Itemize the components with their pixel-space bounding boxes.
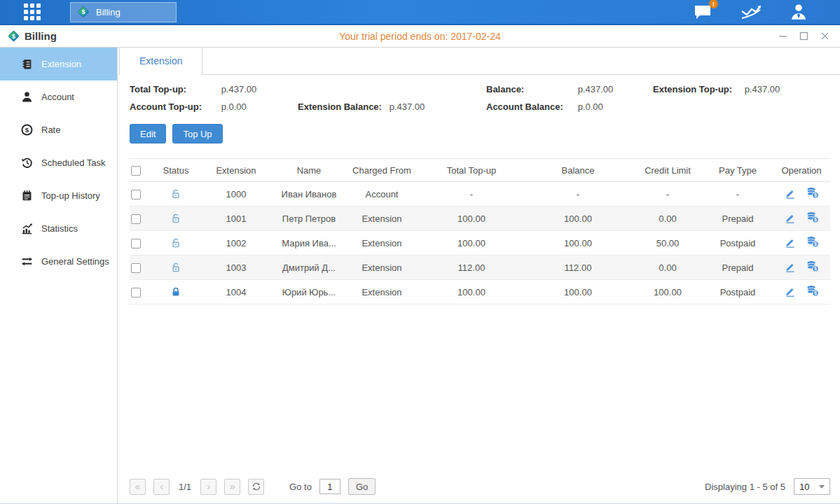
table-row[interactable]: 1004 Юрий Юрь... Extension 100.00 100.00… (130, 280, 830, 304)
sidebar-item-label: Extension (41, 59, 81, 69)
tab-extension[interactable]: Extension (119, 48, 202, 75)
sidebar-item-extension[interactable]: Extension (0, 48, 117, 80)
summary-total-topup: Total Top-up: p.437.00 (130, 84, 298, 94)
cell-charged-from: Extension (344, 280, 420, 304)
close-icon[interactable] (820, 31, 830, 41)
next-page-button[interactable]: › (200, 479, 216, 495)
edit-pencil-icon[interactable] (785, 237, 796, 248)
cell-name: Мария Ива... (274, 231, 344, 255)
column-header-extension: Extension (198, 159, 274, 182)
last-page-button[interactable]: » (224, 479, 240, 495)
cell-extension: 1000 (198, 182, 274, 206)
sidebar-item-general-settings[interactable]: General Settings (0, 245, 117, 278)
top-up-button[interactable]: Top Up (172, 124, 222, 144)
notepad-icon (21, 190, 33, 202)
window-titlebar: $ Billing Your trial period ends on: 201… (0, 25, 840, 48)
cell-credit-limit: 100.00 (633, 280, 703, 304)
edit-pencil-icon[interactable] (785, 286, 796, 297)
prev-page-button[interactable]: ‹ (153, 479, 170, 495)
svg-text:$: $ (12, 33, 15, 40)
edit-pencil-icon[interactable] (785, 261, 796, 272)
top-up-coins-icon[interactable]: $ (806, 285, 819, 297)
cell-total-topup: - (420, 182, 523, 206)
row-checkbox[interactable] (131, 214, 141, 224)
sidebar-item-label: Top-up History (41, 190, 100, 201)
person-icon (21, 91, 33, 103)
table-row[interactable]: 1002 Мария Ива... Extension 100.00 100.0… (130, 231, 830, 255)
action-buttons: Edit Top Up (118, 112, 840, 144)
user-icon[interactable] (790, 3, 808, 21)
sidebar-item-statistics[interactable]: Statistics (0, 212, 117, 245)
history-clock-icon (21, 157, 33, 169)
svg-text:$: $ (814, 291, 817, 297)
summary-value: p.437.00 (578, 84, 614, 94)
table-row[interactable]: 1000 Иван Иванов Account - - - - (130, 182, 830, 206)
svg-text:$: $ (25, 126, 29, 134)
row-checkbox[interactable] (131, 190, 141, 200)
summary-value: p.437.00 (390, 102, 425, 112)
row-checkbox[interactable] (131, 239, 141, 248)
maximize-icon[interactable] (799, 31, 809, 41)
lock-open-icon (170, 188, 181, 200)
sidebar-item-scheduled-task[interactable]: Scheduled Task (0, 146, 117, 179)
sidebar-item-account[interactable]: Account (0, 80, 117, 113)
extension-table: Status Extension Name Charged From Total… (130, 158, 830, 304)
summary-label: Account Top-up: (130, 102, 219, 112)
summary-value: p.437.00 (745, 84, 780, 94)
taskbar-tab-billing[interactable]: $ Billing (70, 2, 177, 22)
reports-chart-icon[interactable] (741, 4, 762, 20)
top-up-coins-icon[interactable]: $ (806, 211, 819, 223)
taskbar-tab-label: Billing (96, 7, 121, 18)
sidebar-item-topup-history[interactable]: Top-up History (0, 179, 117, 212)
summary-label: Balance: (486, 84, 575, 94)
summary-balance: Balance: p.437.00 (486, 84, 653, 94)
displaying-text: Displaying 1 - 5 of 5 (705, 482, 785, 492)
table-row[interactable]: 1003 Дмитрий Д... Extension 112.00 112.0… (130, 255, 830, 280)
minimize-icon[interactable] (778, 31, 788, 41)
lock-closed-icon (170, 286, 181, 298)
cell-credit-limit: 0.00 (633, 206, 703, 231)
edit-pencil-icon[interactable] (785, 188, 796, 199)
cell-total-topup: 100.00 (420, 280, 523, 304)
summary-label: Total Top-up: (130, 84, 219, 94)
edit-button[interactable]: Edit (130, 124, 166, 144)
table-body: 1000 Иван Иванов Account - - - - (130, 182, 830, 304)
taskbar: $ Billing ! (0, 0, 840, 25)
refresh-icon[interactable] (248, 479, 264, 495)
top-up-coins-icon[interactable]: $ (806, 236, 819, 248)
row-checkbox[interactable] (131, 263, 141, 273)
table-row[interactable]: 1001 Петр Петров Extension 100.00 100.00… (130, 206, 830, 231)
billing-diamond-icon: $ (76, 5, 90, 19)
column-header-name: Name (274, 159, 344, 182)
lock-open-icon (170, 237, 181, 248)
messages-icon[interactable]: ! (694, 4, 712, 20)
billing-diamond-icon: $ (7, 29, 20, 43)
cell-total-topup: 100.00 (420, 231, 523, 255)
sidebar-item-label: Rate (41, 125, 60, 135)
cell-extension: 1003 (198, 255, 274, 280)
sidebar-item-label: Account (41, 92, 74, 102)
column-header-charged-from: Charged From (344, 159, 420, 182)
go-button[interactable]: Go (348, 478, 376, 495)
select-all-checkbox[interactable] (131, 166, 141, 176)
lock-open-icon (170, 213, 181, 224)
sidebar-item-label: General Settings (41, 256, 109, 267)
app-grid-icon[interactable] (24, 4, 41, 20)
edit-pencil-icon[interactable] (785, 212, 796, 223)
top-up-coins-icon[interactable]: $ (806, 260, 819, 272)
top-up-coins-icon[interactable]: $ (806, 187, 819, 199)
goto-page-input[interactable] (319, 479, 340, 494)
column-header-balance: Balance (523, 159, 633, 182)
cell-credit-limit: 0.00 (633, 255, 703, 280)
summary-extension-topup: Extension Top-up: p.437.00 (653, 84, 830, 94)
lock-open-icon (170, 262, 181, 273)
summary-value: p.0.00 (221, 102, 247, 112)
cell-balance: 100.00 (523, 280, 633, 304)
first-page-button[interactable]: « (130, 479, 146, 495)
row-checkbox[interactable] (131, 288, 141, 298)
sidebar-item-rate[interactable]: $ Rate (0, 113, 117, 146)
page-size-select[interactable]: 10 (794, 478, 830, 495)
summary-label: Extension Top-up: (653, 84, 742, 94)
cell-pay-type: Postpaid (703, 280, 773, 304)
sidebar-item-label: Statistics (41, 223, 78, 234)
